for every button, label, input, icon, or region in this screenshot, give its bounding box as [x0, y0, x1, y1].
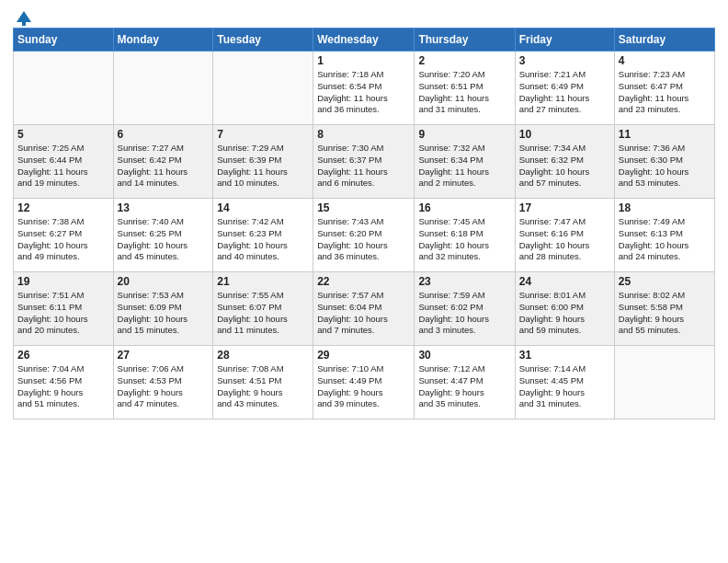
calendar-cell: 5Sunrise: 7:25 AM Sunset: 6:44 PM Daylig… — [14, 125, 114, 199]
day-info: Sunrise: 7:14 AM Sunset: 4:45 PM Dayligh… — [519, 363, 610, 410]
day-info: Sunrise: 7:42 AM Sunset: 6:23 PM Dayligh… — [217, 216, 309, 263]
calendar-cell: 28Sunrise: 7:08 AM Sunset: 4:51 PM Dayli… — [213, 346, 313, 419]
calendar-cell — [213, 52, 313, 125]
calendar-cell: 24Sunrise: 8:01 AM Sunset: 6:00 PM Dayli… — [515, 272, 614, 346]
day-info: Sunrise: 7:55 AM Sunset: 6:07 PM Dayligh… — [217, 290, 309, 337]
day-number: 4 — [619, 54, 711, 67]
day-info: Sunrise: 7:20 AM Sunset: 6:51 PM Dayligh… — [418, 69, 510, 116]
day-info: Sunrise: 7:30 AM Sunset: 6:37 PM Dayligh… — [317, 143, 410, 190]
day-number: 21 — [217, 275, 309, 288]
calendar-cell: 31Sunrise: 7:14 AM Sunset: 4:45 PM Dayli… — [515, 346, 614, 419]
day-number: 14 — [217, 201, 309, 214]
weekday-header-monday: Monday — [113, 29, 213, 52]
day-number: 19 — [17, 275, 109, 288]
day-info: Sunrise: 7:40 AM Sunset: 6:25 PM Dayligh… — [118, 216, 210, 263]
weekday-header-wednesday: Wednesday — [313, 29, 415, 52]
day-info: Sunrise: 7:06 AM Sunset: 4:53 PM Dayligh… — [118, 363, 210, 410]
calendar-week-row: 12Sunrise: 7:38 AM Sunset: 6:27 PM Dayli… — [14, 199, 715, 272]
day-number: 3 — [519, 54, 610, 67]
day-info: Sunrise: 7:04 AM Sunset: 4:56 PM Dayligh… — [17, 363, 109, 410]
calendar-cell: 11Sunrise: 7:36 AM Sunset: 6:30 PM Dayli… — [614, 125, 714, 199]
day-number: 22 — [317, 275, 410, 288]
day-info: Sunrise: 7:21 AM Sunset: 6:49 PM Dayligh… — [519, 69, 610, 116]
calendar-cell: 27Sunrise: 7:06 AM Sunset: 4:53 PM Dayli… — [113, 346, 213, 419]
day-info: Sunrise: 7:12 AM Sunset: 4:47 PM Dayligh… — [418, 363, 510, 410]
day-number: 9 — [418, 128, 510, 141]
day-info: Sunrise: 7:43 AM Sunset: 6:20 PM Dayligh… — [317, 216, 410, 263]
calendar-cell: 18Sunrise: 7:49 AM Sunset: 6:13 PM Dayli… — [614, 199, 714, 272]
day-number: 31 — [519, 349, 610, 362]
calendar-week-row: 26Sunrise: 7:04 AM Sunset: 4:56 PM Dayli… — [14, 346, 715, 419]
header — [13, 9, 715, 22]
weekday-header-friday: Friday — [515, 29, 614, 52]
calendar-cell: 8Sunrise: 7:30 AM Sunset: 6:37 PM Daylig… — [313, 125, 415, 199]
calendar-cell: 9Sunrise: 7:32 AM Sunset: 6:34 PM Daylig… — [415, 125, 515, 199]
day-number: 16 — [418, 201, 510, 214]
svg-marker-0 — [17, 11, 31, 26]
day-number: 10 — [519, 128, 610, 141]
day-number: 30 — [418, 349, 510, 362]
calendar-cell: 14Sunrise: 7:42 AM Sunset: 6:23 PM Dayli… — [213, 199, 313, 272]
calendar-cell: 4Sunrise: 7:23 AM Sunset: 6:47 PM Daylig… — [614, 52, 714, 125]
weekday-header-sunday: Sunday — [14, 29, 114, 52]
calendar-cell: 29Sunrise: 7:10 AM Sunset: 4:49 PM Dayli… — [313, 346, 415, 419]
day-number: 5 — [17, 128, 109, 141]
day-number: 15 — [317, 201, 410, 214]
day-info: Sunrise: 7:25 AM Sunset: 6:44 PM Dayligh… — [17, 143, 109, 190]
day-number: 29 — [317, 349, 410, 362]
calendar-cell: 26Sunrise: 7:04 AM Sunset: 4:56 PM Dayli… — [14, 346, 114, 419]
day-info: Sunrise: 7:10 AM Sunset: 4:49 PM Dayligh… — [317, 363, 410, 410]
calendar-cell: 25Sunrise: 8:02 AM Sunset: 5:58 PM Dayli… — [614, 272, 714, 346]
logo — [13, 9, 33, 22]
day-number: 17 — [519, 201, 610, 214]
page-container: SundayMondayTuesdayWednesdayThursdayFrid… — [0, 0, 728, 563]
calendar-cell: 3Sunrise: 7:21 AM Sunset: 6:49 PM Daylig… — [515, 52, 614, 125]
calendar-cell: 6Sunrise: 7:27 AM Sunset: 6:42 PM Daylig… — [113, 125, 213, 199]
day-number: 7 — [217, 128, 309, 141]
calendar-cell: 13Sunrise: 7:40 AM Sunset: 6:25 PM Dayli… — [113, 199, 213, 272]
day-info: Sunrise: 8:01 AM Sunset: 6:00 PM Dayligh… — [519, 290, 610, 337]
day-number: 20 — [118, 275, 210, 288]
day-number: 24 — [519, 275, 610, 288]
day-info: Sunrise: 8:02 AM Sunset: 5:58 PM Dayligh… — [619, 290, 711, 337]
calendar-cell: 7Sunrise: 7:29 AM Sunset: 6:39 PM Daylig… — [213, 125, 313, 199]
calendar-cell: 22Sunrise: 7:57 AM Sunset: 6:04 PM Dayli… — [313, 272, 415, 346]
day-info: Sunrise: 7:34 AM Sunset: 6:32 PM Dayligh… — [519, 143, 610, 190]
calendar-cell: 1Sunrise: 7:18 AM Sunset: 6:54 PM Daylig… — [313, 52, 415, 125]
day-info: Sunrise: 7:49 AM Sunset: 6:13 PM Dayligh… — [619, 216, 711, 263]
day-number: 12 — [17, 201, 109, 214]
calendar-cell: 2Sunrise: 7:20 AM Sunset: 6:51 PM Daylig… — [415, 52, 515, 125]
day-info: Sunrise: 7:47 AM Sunset: 6:16 PM Dayligh… — [519, 216, 610, 263]
calendar-table: SundayMondayTuesdayWednesdayThursdayFrid… — [13, 28, 715, 419]
day-number: 11 — [619, 128, 711, 141]
weekday-header-saturday: Saturday — [614, 29, 714, 52]
day-info: Sunrise: 7:32 AM Sunset: 6:34 PM Dayligh… — [418, 143, 510, 190]
day-number: 27 — [118, 349, 210, 362]
calendar-cell — [113, 52, 213, 125]
day-info: Sunrise: 7:29 AM Sunset: 6:39 PM Dayligh… — [217, 143, 309, 190]
day-number: 25 — [619, 275, 711, 288]
calendar-cell — [614, 346, 714, 419]
day-number: 8 — [317, 128, 410, 141]
day-number: 23 — [418, 275, 510, 288]
logo-arrow-icon — [15, 9, 33, 26]
calendar-week-row: 1Sunrise: 7:18 AM Sunset: 6:54 PM Daylig… — [14, 52, 715, 125]
day-info: Sunrise: 7:45 AM Sunset: 6:18 PM Dayligh… — [418, 216, 510, 263]
calendar-cell — [14, 52, 114, 125]
calendar-cell: 30Sunrise: 7:12 AM Sunset: 4:47 PM Dayli… — [415, 346, 515, 419]
day-number: 2 — [418, 54, 510, 67]
calendar-cell: 21Sunrise: 7:55 AM Sunset: 6:07 PM Dayli… — [213, 272, 313, 346]
day-info: Sunrise: 7:57 AM Sunset: 6:04 PM Dayligh… — [317, 290, 410, 337]
day-info: Sunrise: 7:27 AM Sunset: 6:42 PM Dayligh… — [118, 143, 210, 190]
day-number: 1 — [317, 54, 410, 67]
day-info: Sunrise: 7:36 AM Sunset: 6:30 PM Dayligh… — [619, 143, 711, 190]
day-number: 18 — [619, 201, 711, 214]
weekday-header-tuesday: Tuesday — [213, 29, 313, 52]
day-info: Sunrise: 7:51 AM Sunset: 6:11 PM Dayligh… — [17, 290, 109, 337]
day-info: Sunrise: 7:18 AM Sunset: 6:54 PM Dayligh… — [317, 69, 410, 116]
calendar-cell: 23Sunrise: 7:59 AM Sunset: 6:02 PM Dayli… — [415, 272, 515, 346]
calendar-cell: 10Sunrise: 7:34 AM Sunset: 6:32 PM Dayli… — [515, 125, 614, 199]
day-number: 13 — [118, 201, 210, 214]
day-info: Sunrise: 7:38 AM Sunset: 6:27 PM Dayligh… — [17, 216, 109, 263]
day-number: 6 — [118, 128, 210, 141]
